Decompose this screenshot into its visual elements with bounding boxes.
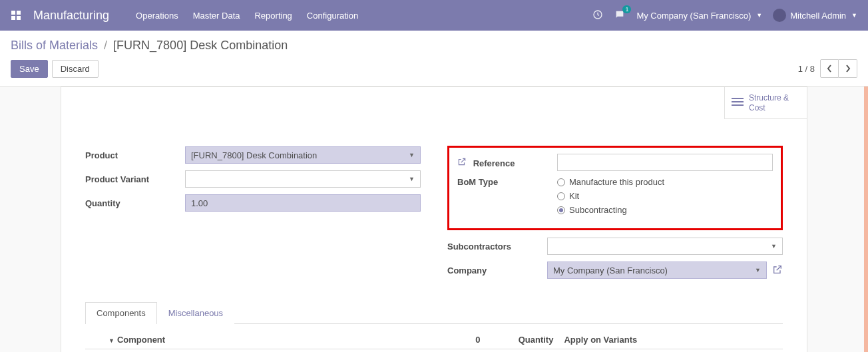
caret-down-icon: ▼: [756, 12, 762, 19]
bomtype-manufacture-text: Manufacture this product: [569, 177, 664, 187]
quantity-field[interactable]: 1.00: [185, 194, 421, 212]
company-name: My Company (San Francisco): [636, 11, 751, 21]
reference-label-text: Reference: [473, 158, 515, 168]
control-panel: Bills of Materials / [FURN_7800] Desk Co…: [0, 31, 868, 87]
messaging-badge: 1: [622, 5, 631, 13]
avatar: [773, 9, 786, 22]
table-row[interactable]: ✥ [FURN_0269] Office Chair Black 0 1.000: [85, 349, 783, 353]
bomtype-radios: Manufacture this product Kit Subcontract…: [557, 177, 773, 215]
svg-rect-1: [17, 11, 21, 15]
form-sheet: Structure & Cost Product [FURN_7800] Des…: [61, 87, 807, 352]
bomtype-sub-text: Subcontracting: [569, 205, 627, 215]
th-component-text: Component: [117, 335, 165, 345]
product-label: Product: [85, 150, 185, 160]
messaging-icon[interactable]: 1: [614, 9, 626, 22]
reference-input[interactable]: [557, 154, 773, 171]
caret-down-icon: ▼: [851, 12, 857, 19]
th-qty0[interactable]: 0: [432, 331, 485, 349]
company-switcher[interactable]: My Company (San Francisco)▼: [636, 11, 762, 21]
left-column: Product [FURN_7800] Desk Combination ▼ P…: [85, 146, 421, 285]
bomtype-kit-text: Kit: [569, 191, 579, 201]
tab-components[interactable]: Components: [85, 302, 157, 324]
clock-icon[interactable]: [592, 9, 603, 22]
svg-rect-3: [17, 16, 21, 20]
bomtype-manufacture[interactable]: Manufacture this product: [557, 177, 773, 187]
cell-qty0[interactable]: 0: [432, 349, 485, 353]
top-navbar: Manufacturing Operations Master Data Rep…: [0, 0, 868, 31]
structure-cost-label: Structure & Cost: [749, 93, 800, 112]
product-value: [FURN_7800] Desk Combination: [191, 150, 317, 160]
list-icon: [732, 97, 744, 108]
save-button[interactable]: Save: [11, 60, 48, 78]
caret-down-icon: ▼: [409, 152, 415, 158]
caret-down-icon: ▼: [755, 267, 761, 273]
external-link-icon[interactable]: [772, 264, 783, 277]
radio-icon: [557, 192, 565, 200]
tab-miscellaneous[interactable]: Miscellaneous: [157, 302, 234, 324]
external-link-icon[interactable]: [457, 158, 469, 168]
variant-label: Product Variant: [85, 174, 185, 184]
bomtype-label: BoM Type: [457, 177, 557, 187]
cell-quantity[interactable]: 1.000: [485, 349, 558, 353]
discard-button[interactable]: Discard: [52, 60, 99, 78]
pager-next[interactable]: [839, 59, 857, 78]
caret-down-icon: ▼: [409, 176, 415, 182]
reference-label: Reference: [457, 157, 557, 168]
right-edge-decoration: [864, 87, 868, 352]
components-table: ▼Component 0 Quantity Apply on Variants …: [85, 331, 783, 352]
app-brand: Manufacturing: [33, 9, 109, 23]
right-column: Reference BoM Type Manufacture this prod…: [447, 146, 783, 285]
company-field[interactable]: My Company (San Francisco) ▼: [547, 262, 767, 279]
breadcrumb-separator: /: [104, 39, 107, 52]
pager-prev[interactable]: [820, 59, 839, 78]
cell-component[interactable]: [FURN_0269] Office Chair Black: [103, 349, 432, 353]
subcontractors-label: Subcontractors: [447, 242, 547, 252]
radio-icon: [557, 178, 565, 186]
user-name: Mitchell Admin: [790, 11, 846, 21]
th-delete: [763, 331, 783, 349]
apps-icon[interactable]: [11, 10, 21, 21]
menu-configuration[interactable]: Configuration: [307, 11, 358, 21]
caret-down-icon: ▼: [771, 243, 777, 250]
svg-rect-2: [11, 16, 15, 20]
bomtype-kit[interactable]: Kit: [557, 191, 773, 201]
subcontractors-field[interactable]: ▼: [547, 238, 783, 255]
menu-master-data[interactable]: Master Data: [193, 11, 240, 21]
th-drag: [85, 331, 103, 349]
breadcrumb-current: [FURN_7800] Desk Combination: [113, 39, 288, 52]
menu-operations[interactable]: Operations: [136, 11, 178, 21]
th-quantity[interactable]: Quantity: [485, 331, 558, 349]
company-label: Company: [447, 265, 547, 275]
quantity-label: Quantity: [85, 198, 185, 208]
th-variants[interactable]: Apply on Variants: [558, 331, 763, 349]
breadcrumb: Bills of Materials / [FURN_7800] Desk Co…: [11, 39, 857, 53]
sort-caret-icon: ▼: [108, 337, 114, 344]
breadcrumb-root[interactable]: Bills of Materials: [11, 39, 98, 52]
svg-rect-0: [11, 11, 15, 15]
quantity-value: 1.00: [191, 198, 208, 208]
radio-icon-selected: [557, 206, 565, 214]
pager: 1 / 8: [798, 59, 857, 78]
cell-variants[interactable]: [558, 349, 763, 353]
variant-field[interactable]: ▼: [185, 170, 421, 188]
product-field[interactable]: [FURN_7800] Desk Combination ▼: [185, 146, 421, 164]
user-menu[interactable]: Mitchell Admin▼: [773, 9, 857, 22]
bom-type-highlight: Reference BoM Type Manufacture this prod…: [447, 146, 783, 230]
structure-cost-button[interactable]: Structure & Cost: [724, 87, 807, 119]
tabs: Components Miscellaneous: [85, 302, 783, 324]
menu-reporting[interactable]: Reporting: [254, 11, 292, 21]
th-component[interactable]: ▼Component: [103, 331, 432, 349]
main-menu: Operations Master Data Reporting Configu…: [136, 11, 358, 21]
bomtype-subcontracting[interactable]: Subcontracting: [557, 205, 773, 215]
pager-text: 1 / 8: [798, 64, 815, 74]
company-value: My Company (San Francisco): [553, 265, 668, 275]
